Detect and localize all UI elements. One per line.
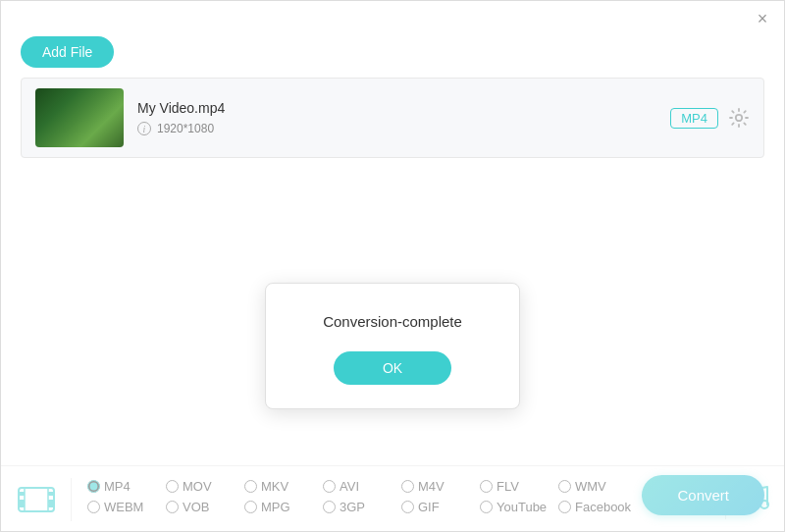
file-info: My Video.mp4 i 1920*1080 <box>137 100 656 135</box>
modal-title: Conversion-complete <box>286 313 499 330</box>
app-window: × Add File My Video.mp4 i 1920*1080 MP4 <box>1 1 784 532</box>
format-badge[interactable]: MP4 <box>670 108 718 129</box>
modal-overlay: Conversion-complete OK <box>1 158 784 532</box>
svg-point-0 <box>736 115 742 121</box>
file-resolution: 1920*1080 <box>157 122 214 135</box>
file-actions: MP4 <box>670 107 750 129</box>
settings-icon[interactable] <box>728 107 750 129</box>
file-thumbnail <box>35 88 124 147</box>
info-icon: i <box>137 122 151 135</box>
content-area: Conversion-complete OK <box>1 158 784 532</box>
file-list: My Video.mp4 i 1920*1080 MP4 <box>21 78 764 158</box>
file-name: My Video.mp4 <box>137 100 656 116</box>
add-file-button[interactable]: Add File <box>21 36 114 68</box>
title-bar: × <box>1 1 784 36</box>
close-button[interactable]: × <box>753 9 772 28</box>
ok-button[interactable]: OK <box>334 351 451 385</box>
modal-box: Conversion-complete OK <box>265 283 520 409</box>
toolbar: Add File <box>1 36 784 78</box>
file-meta: i 1920*1080 <box>137 122 656 135</box>
